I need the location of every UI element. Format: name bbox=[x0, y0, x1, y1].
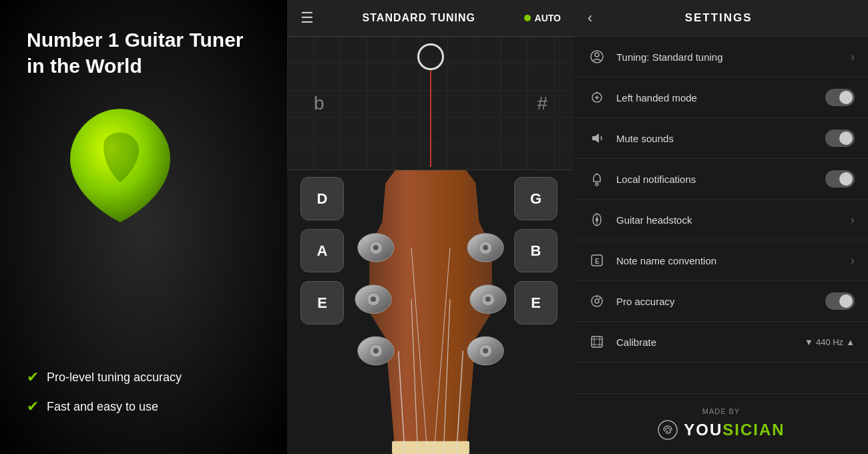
string-btn-E-low[interactable]: E bbox=[300, 281, 344, 324]
right-panel: ‹ SETTINGS Tuning: Standard tuning › bbox=[574, 0, 868, 454]
calibrate-hz: 440 Hz bbox=[816, 337, 843, 347]
flat-symbol: b bbox=[314, 93, 324, 114]
string-buttons-grid: D G A B E E bbox=[300, 177, 561, 328]
tuner-needle bbox=[430, 70, 431, 167]
settings-item-headstock[interactable]: Guitar headstock › bbox=[574, 200, 868, 240]
svg-text:E: E bbox=[595, 258, 600, 265]
string-btn-E-high[interactable]: E bbox=[514, 281, 558, 324]
auto-dot bbox=[524, 15, 531, 21]
feature-item-2: ✔ Fast and easy to use bbox=[27, 398, 182, 415]
chevron-down-icon: ▼ bbox=[805, 337, 813, 347]
toggle-proaccuracy[interactable] bbox=[825, 292, 855, 310]
tuner-header: ☰ STANDARD TUNING AUTO bbox=[287, 0, 574, 37]
toggle-lefthanded[interactable] bbox=[825, 89, 855, 106]
proaccuracy-icon bbox=[588, 292, 606, 310]
settings-item-notifications[interactable]: Local notifications bbox=[574, 159, 868, 200]
settings-item-proaccuracy[interactable]: Pro accuracy bbox=[574, 281, 868, 322]
auto-label: AUTO bbox=[535, 13, 561, 23]
settings-item-calibrate[interactable]: Calibrate ▼ 440 Hz ▲ bbox=[574, 322, 868, 363]
toggle-notifications[interactable] bbox=[825, 170, 855, 188]
svg-rect-0 bbox=[392, 441, 469, 454]
left-panel: Number 1 Guitar Tunerin the World ✔ Pro-… bbox=[0, 0, 287, 454]
page-title: Number 1 Guitar Tunerin the World bbox=[27, 27, 244, 79]
svg-point-37 bbox=[595, 299, 599, 303]
string-btn-G[interactable]: G bbox=[514, 177, 558, 220]
svg-point-44 bbox=[658, 421, 677, 439]
settings-header: ‹ SETTINGS bbox=[574, 0, 868, 37]
auto-badge[interactable]: AUTO bbox=[524, 13, 561, 23]
settings-label-tuning: Tuning: Standard tuning bbox=[616, 51, 841, 63]
brand-you: YOU bbox=[684, 421, 722, 439]
settings-item-lefthanded[interactable]: Left handed mode bbox=[574, 77, 868, 118]
tuning-chevron: › bbox=[851, 50, 855, 64]
svg-rect-39 bbox=[592, 336, 602, 347]
string-btn-B[interactable]: B bbox=[514, 229, 558, 272]
toggle-mute[interactable] bbox=[825, 130, 855, 147]
guitar-visual-area: D G A B E E bbox=[287, 170, 574, 454]
settings-item-noteconv[interactable]: E Note name convention › bbox=[574, 240, 868, 281]
chevron-up-icon: ▲ bbox=[846, 337, 855, 347]
headstock-icon bbox=[588, 210, 606, 229]
yousician-footer: MADE BY YOUSICIAN bbox=[574, 393, 868, 454]
tuner-needle-container bbox=[417, 37, 444, 167]
settings-label-lefthanded: Left handed mode bbox=[616, 92, 815, 103]
settings-label-proaccuracy: Pro accuracy bbox=[616, 296, 815, 307]
string-btn-D[interactable]: D bbox=[300, 177, 344, 220]
notifications-icon bbox=[588, 170, 606, 188]
settings-label-noteconv: Note name convention bbox=[616, 255, 841, 266]
features-list: ✔ Pro-level tuning accuracy ✔ Fast and e… bbox=[27, 369, 182, 427]
feature-text-1: Pro-level tuning accuracy bbox=[47, 371, 182, 385]
noteconv-chevron: › bbox=[851, 254, 855, 268]
tuning-label: STANDARD TUNING bbox=[363, 12, 475, 24]
made-by-label: MADE BY bbox=[702, 407, 740, 415]
check-icon-1: ✔ bbox=[27, 369, 39, 386]
settings-label-notifications: Local notifications bbox=[616, 174, 815, 185]
middle-panel: ☰ STANDARD TUNING AUTO b # bbox=[287, 0, 574, 454]
svg-point-18 bbox=[483, 349, 488, 354]
calibrate-value[interactable]: ▼ 440 Hz ▲ bbox=[805, 337, 855, 347]
svg-point-33 bbox=[596, 218, 598, 222]
brand-sician: SICIAN bbox=[722, 421, 785, 439]
settings-list: Tuning: Standard tuning › Left handed mo… bbox=[574, 37, 868, 393]
settings-item-tuning[interactable]: Tuning: Standard tuning › bbox=[574, 37, 868, 77]
svg-point-29 bbox=[596, 183, 598, 186]
guitar-pick-logo bbox=[67, 105, 174, 226]
svg-point-26 bbox=[595, 53, 599, 57]
headstock-chevron: › bbox=[851, 213, 855, 227]
yousician-logo: YOUSICIAN bbox=[657, 419, 785, 441]
mute-icon bbox=[588, 129, 606, 148]
svg-marker-28 bbox=[592, 134, 599, 143]
noteconv-icon: E bbox=[588, 251, 606, 270]
check-icon-2: ✔ bbox=[27, 398, 39, 415]
sharp-symbol: # bbox=[537, 93, 548, 114]
string-btn-A[interactable]: A bbox=[300, 229, 344, 272]
back-arrow-icon[interactable]: ‹ bbox=[588, 9, 592, 27]
lefthanded-icon bbox=[588, 88, 606, 107]
feature-text-2: Fast and easy to use bbox=[47, 400, 158, 414]
settings-label-mute: Mute sounds bbox=[616, 133, 815, 144]
calibrate-icon bbox=[588, 332, 606, 351]
tuning-icon bbox=[588, 47, 606, 66]
tuner-circle bbox=[417, 43, 444, 70]
settings-title: SETTINGS bbox=[602, 11, 835, 25]
tuner-display: b # bbox=[287, 37, 574, 170]
svg-point-9 bbox=[373, 349, 379, 354]
hamburger-menu-icon[interactable]: ☰ bbox=[300, 9, 314, 27]
fingerprint-icon bbox=[657, 419, 678, 441]
settings-item-mute[interactable]: Mute sounds bbox=[574, 118, 868, 159]
yousician-brand: YOUSICIAN bbox=[684, 421, 785, 439]
settings-label-headstock: Guitar headstock bbox=[616, 214, 841, 226]
feature-item-1: ✔ Pro-level tuning accuracy bbox=[27, 369, 182, 386]
settings-label-calibrate: Calibrate bbox=[616, 336, 795, 348]
